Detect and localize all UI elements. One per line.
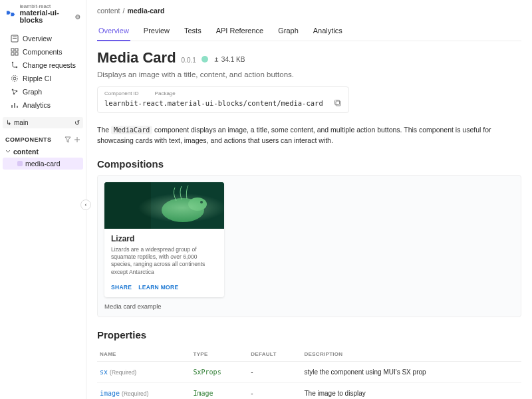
package-box: Component ID Package learnbit-react.mate… <box>97 86 349 113</box>
branch-name: main <box>14 119 29 126</box>
card-image <box>104 182 224 229</box>
nav-overview[interactable]: Overview <box>0 32 86 45</box>
copy-icon[interactable] <box>334 99 342 107</box>
tab-preview[interactable]: Preview <box>142 23 171 41</box>
status-dot <box>201 56 208 63</box>
svg-rect-7 <box>15 53 18 55</box>
components-section-head: COMPONENTS <box>0 128 86 146</box>
branch-action-icon[interactable]: ↺ <box>74 119 80 126</box>
learn-more-button[interactable]: LEARN MORE <box>138 284 178 291</box>
breadcrumb: content / media-card <box>97 7 521 15</box>
nav-change-requests[interactable]: Change requests <box>0 59 86 72</box>
section-properties: Properties <box>97 329 521 340</box>
sidebar-collapse-button[interactable]: ‹ <box>80 200 91 210</box>
composition-caption: Media card example <box>104 303 514 310</box>
tab-analytics[interactable]: Analytics <box>312 23 344 41</box>
page-desc: Displays an image with a title, content,… <box>97 70 521 78</box>
card-title: Lizard <box>111 234 217 243</box>
graph-icon <box>11 88 19 96</box>
svg-point-9 <box>16 66 17 68</box>
share-button[interactable]: SHARE <box>111 284 132 291</box>
svg-rect-6 <box>11 53 14 55</box>
svg-point-8 <box>12 62 13 63</box>
tabs: Overview Preview Tests API Reference Gra… <box>97 23 521 41</box>
section-compositions: Compositions <box>97 158 521 170</box>
tab-overview[interactable]: Overview <box>97 23 130 41</box>
nav-components[interactable]: Components <box>0 45 86 59</box>
size-icon <box>213 57 219 63</box>
branch-icon: ↳ <box>6 119 11 126</box>
bundle-size: 34.1 KB <box>213 56 245 63</box>
changes-icon <box>11 61 19 69</box>
add-icon[interactable] <box>74 136 80 143</box>
pkg-label-package: Package <box>155 90 176 96</box>
tab-api-reference[interactable]: API Reference <box>215 23 265 41</box>
tab-tests[interactable]: Tests <box>183 23 203 41</box>
page-title: Media Card <box>97 49 176 66</box>
table-row: image(Required) Image - The image to dis… <box>97 383 521 399</box>
component-id: learnbit-react.material-ui-blocks/conten… <box>104 99 323 107</box>
overview-icon <box>11 35 19 43</box>
compositions-panel: Lizard Lizards are a widespread group of… <box>97 175 521 318</box>
col-name: NAME <box>97 347 191 362</box>
svg-rect-5 <box>15 49 18 51</box>
breadcrumb-current: media-card <box>127 7 164 15</box>
nav-ripple-ci[interactable]: Ripple CI <box>0 72 86 85</box>
svg-point-19 <box>188 198 207 211</box>
nav-graph[interactable]: Graph <box>0 85 86 98</box>
ripple-icon <box>11 74 19 82</box>
svg-rect-21 <box>104 182 151 229</box>
svg-point-11 <box>12 76 18 82</box>
breadcrumb-folder[interactable]: content <box>97 7 120 15</box>
intro-text: The MediaCard component displays an imag… <box>97 125 521 146</box>
col-default: DEFAULT <box>248 347 301 362</box>
tree-item-media-card[interactable]: media-card <box>3 158 83 170</box>
project-header[interactable]: learnbit-react material-ui-blocks <box>0 0 86 27</box>
table-row: sx(Required) SxProps - style the compone… <box>97 362 521 383</box>
card-text: Lizards are a widespread group of squama… <box>111 246 217 277</box>
main-content: content / media-card Overview Preview Te… <box>86 0 532 399</box>
tree-folder-content[interactable]: content <box>3 146 83 158</box>
components-icon <box>11 48 19 56</box>
svg-rect-3 <box>13 38 17 39</box>
code-token: MediaCard <box>111 126 152 134</box>
globe-icon <box>75 14 80 20</box>
component-dot-icon <box>17 161 23 166</box>
svg-rect-2 <box>13 37 17 37</box>
svg-point-18 <box>162 198 204 222</box>
filter-icon[interactable] <box>65 136 71 143</box>
sidebar-nav: Overview Components Change requests Ripp… <box>0 27 86 114</box>
chevron-down-icon <box>5 149 11 154</box>
version-badge: 0.0.1 <box>182 57 196 64</box>
col-type: TYPE <box>191 347 249 362</box>
svg-point-20 <box>200 201 203 203</box>
svg-rect-4 <box>11 49 14 51</box>
svg-rect-17 <box>104 182 224 229</box>
sidebar: learnbit-react material-ui-blocks Overvi… <box>0 0 86 399</box>
branch-selector[interactable]: ↳ main ↺ <box>3 117 83 128</box>
analytics-icon <box>11 101 19 109</box>
nav-analytics[interactable]: Analytics <box>0 98 86 112</box>
bit-logo <box>5 9 16 19</box>
svg-point-10 <box>13 77 16 80</box>
media-card-preview: Lizard Lizards are a widespread group of… <box>104 182 224 298</box>
props-table: NAME TYPE DEFAULT DESCRIPTION sx(Require… <box>97 347 521 399</box>
tab-graph[interactable]: Graph <box>277 23 300 41</box>
col-desc: DESCRIPTION <box>301 347 521 362</box>
project-name: material-ui-blocks <box>20 9 74 24</box>
lizard-image <box>104 182 224 229</box>
component-tree: content media-card <box>0 146 86 170</box>
pkg-label-component-id: Component ID <box>104 90 139 96</box>
